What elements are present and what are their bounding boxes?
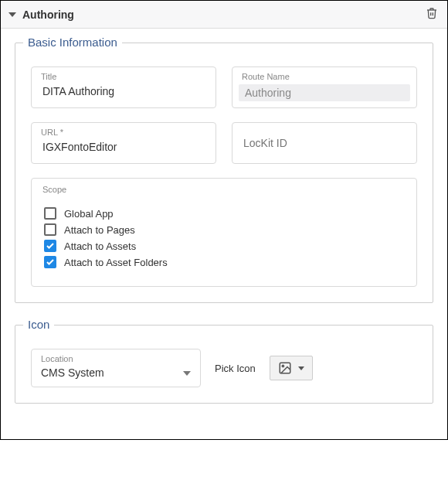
route-name-field: Route Name Authoring [232, 66, 417, 108]
scope-global-app[interactable]: Global App [44, 207, 404, 220]
url-input[interactable] [41, 140, 206, 154]
scope-group: Scope Global App Attach to Pages Attach … [31, 178, 417, 287]
icon-section: Icon Location CMS System Pick Icon [15, 325, 433, 404]
url-field[interactable]: URL * [31, 122, 216, 164]
location-label: Location [41, 354, 73, 363]
route-name-value: Authoring [239, 84, 410, 101]
scope-attach-to-pages[interactable]: Attach to Pages [44, 223, 404, 236]
image-icon [278, 361, 292, 375]
basic-info-legend: Basic Information [23, 36, 122, 49]
scope-item-label: Attach to Pages [64, 224, 135, 236]
scope-label: Scope [42, 185, 66, 194]
trash-icon [426, 7, 438, 19]
panel-body: Basic Information Title Route Name Autho… [1, 29, 447, 439]
panel-title: Authoring [22, 9, 424, 21]
location-value: CMS System [41, 366, 104, 379]
scope-attach-to-assets[interactable]: Attach to Assets [44, 240, 404, 252]
scope-attach-to-asset-folders[interactable]: Attach to Asset Folders [44, 256, 404, 268]
authoring-panel: Authoring Basic Information Title Route … [0, 0, 448, 440]
checkbox-icon [44, 223, 56, 236]
checkbox-icon [44, 207, 56, 220]
title-input[interactable] [41, 84, 206, 98]
title-field[interactable]: Title [31, 66, 216, 108]
chevron-down-icon [183, 371, 191, 376]
location-select[interactable]: Location CMS System [31, 349, 201, 387]
scope-item-label: Attach to Asset Folders [64, 257, 168, 268]
delete-button[interactable] [424, 5, 440, 23]
lockit-field[interactable] [232, 122, 417, 164]
checkbox-checked-icon [44, 256, 56, 268]
title-label: Title [41, 72, 56, 81]
pick-icon-button[interactable] [270, 356, 313, 380]
scope-item-label: Attach to Assets [64, 240, 136, 252]
chevron-down-icon [298, 366, 304, 370]
scope-item-label: Global App [64, 208, 114, 220]
basic-info-section: Basic Information Title Route Name Autho… [15, 43, 433, 303]
svg-point-1 [282, 365, 283, 366]
panel-header: Authoring [1, 1, 447, 29]
collapse-caret-icon[interactable] [8, 12, 16, 17]
pick-icon-label: Pick Icon [215, 363, 256, 374]
url-label: URL * [41, 128, 63, 137]
lockit-input[interactable] [242, 137, 407, 150]
icon-legend: Icon [23, 318, 54, 331]
route-name-label: Route Name [242, 72, 290, 81]
checkbox-checked-icon [44, 240, 56, 252]
